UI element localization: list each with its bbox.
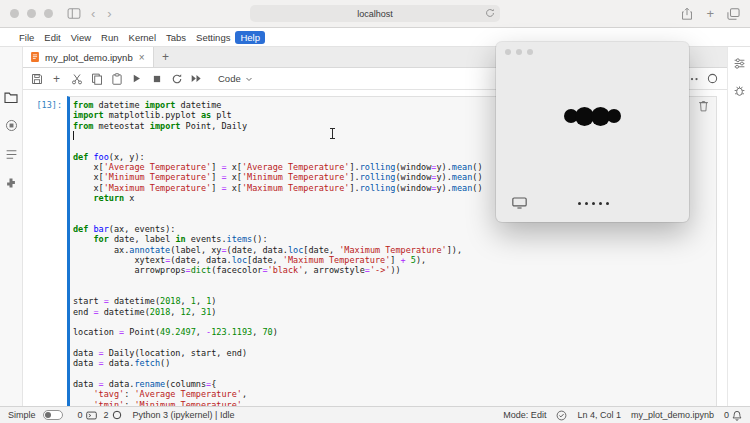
menu-item-run[interactable]: Run bbox=[96, 31, 123, 44]
kernel-icon bbox=[112, 410, 122, 420]
code-line[interactable]: xytext=(date, data.loc[date, 'Maximum Te… bbox=[73, 255, 713, 265]
overlay-window-dot bbox=[516, 49, 522, 55]
tab-title: my_plot_demo.ipynb bbox=[45, 52, 133, 63]
interrupt-kernel-icon[interactable] bbox=[148, 71, 165, 87]
toolbar-right bbox=[686, 73, 722, 84]
code-line[interactable]: ax.annotate(label, xy=(date, data.loc[da… bbox=[73, 245, 713, 255]
pager-dot bbox=[578, 202, 581, 205]
terminals-count[interactable]: 0 bbox=[78, 410, 97, 420]
overlay-window-controls bbox=[505, 49, 533, 55]
right-activity-bar bbox=[727, 47, 750, 406]
notifications-status[interactable]: 0 bbox=[724, 410, 742, 421]
table-of-contents-icon[interactable] bbox=[5, 148, 18, 161]
window-zoom-button[interactable] bbox=[44, 9, 53, 18]
pager-dot bbox=[592, 202, 595, 205]
share-icon[interactable] bbox=[681, 7, 693, 20]
pager-dot bbox=[599, 202, 602, 205]
code-line[interactable] bbox=[73, 276, 713, 286]
cursor-position[interactable]: Ln 4, Col 1 bbox=[577, 410, 621, 420]
code-line[interactable]: 'tavg': 'Average Temperature', bbox=[73, 389, 713, 399]
code-line[interactable]: arrowprops=dict(facecolor='black', arrow… bbox=[73, 265, 713, 275]
menu-item-settings[interactable]: Settings bbox=[191, 31, 235, 44]
mode-indicator: Mode: Edit bbox=[503, 410, 546, 420]
url-text: localhost bbox=[357, 9, 393, 19]
window-minimize-button[interactable] bbox=[27, 9, 36, 18]
menu-item-edit[interactable]: Edit bbox=[39, 31, 65, 44]
kernels-count-value: 2 bbox=[104, 410, 109, 420]
status-bar: Simple 0 2 Python 3 (ipykernel) | Idle M… bbox=[0, 406, 750, 423]
code-line[interactable]: data = data.rename(columns={ bbox=[73, 379, 713, 389]
code-line[interactable]: def bar(ax, events): bbox=[73, 224, 713, 234]
cut-cell-icon[interactable] bbox=[68, 71, 85, 87]
delete-cell-icon[interactable] bbox=[698, 100, 709, 112]
property-inspector-icon[interactable] bbox=[733, 57, 746, 70]
terminals-count-value: 0 bbox=[78, 410, 83, 420]
code-line[interactable] bbox=[73, 369, 713, 379]
overlay-footer bbox=[512, 197, 673, 209]
menu-item-kernel[interactable]: Kernel bbox=[124, 31, 161, 44]
kernel-status-text[interactable]: Python 3 (ipykernel) | Idle bbox=[133, 410, 235, 420]
screen: ‹ › localhost + File Edit View Run Kerne… bbox=[0, 0, 750, 423]
address-bar[interactable]: localhost bbox=[250, 5, 500, 22]
code-line[interactable] bbox=[73, 317, 713, 327]
refresh-icon[interactable] bbox=[485, 8, 495, 18]
code-line[interactable] bbox=[73, 338, 713, 348]
code-line[interactable]: for date, label in events.items(): bbox=[73, 234, 713, 244]
copy-cell-icon[interactable] bbox=[88, 71, 105, 87]
paste-cell-icon[interactable] bbox=[108, 71, 125, 87]
cell-type-value: Code bbox=[218, 73, 241, 84]
cell-execution-prompt: [13]: bbox=[23, 96, 67, 406]
overlay-panel[interactable] bbox=[496, 42, 689, 222]
tab-overview-icon[interactable] bbox=[727, 8, 740, 20]
terminal-icon bbox=[86, 411, 97, 420]
simple-mode-toggle[interactable] bbox=[43, 410, 63, 420]
save-icon[interactable] bbox=[28, 71, 45, 87]
code-line[interactable]: 'tmin': 'Minimum Temperature', bbox=[73, 400, 713, 406]
loading-dot bbox=[607, 109, 621, 123]
code-line[interactable]: data = data.fetch() bbox=[73, 358, 713, 368]
display-icon bbox=[512, 197, 527, 209]
overlay-loading-dots bbox=[496, 104, 689, 128]
new-launcher-button[interactable]: + bbox=[154, 47, 178, 67]
notifications-count: 0 bbox=[724, 410, 729, 420]
code-line[interactable] bbox=[73, 286, 713, 296]
pager-dot bbox=[606, 202, 609, 205]
kernel-status-icon[interactable] bbox=[707, 73, 718, 84]
code-line[interactable]: data = Daily(location, start, end) bbox=[73, 348, 713, 358]
run-cell-icon[interactable] bbox=[128, 71, 145, 87]
code-line[interactable]: location = Point(49.2497, -123.1193, 70) bbox=[73, 327, 713, 337]
tab-close-icon[interactable]: × bbox=[138, 52, 146, 63]
debugger-icon[interactable] bbox=[733, 84, 746, 97]
cell-type-dropdown[interactable]: Code bbox=[214, 72, 257, 85]
running-sessions-icon[interactable] bbox=[5, 119, 18, 132]
new-tab-icon[interactable]: + bbox=[706, 7, 714, 20]
chevron-down-icon bbox=[245, 75, 253, 83]
kernels-count[interactable]: 2 bbox=[104, 410, 122, 420]
window-close-button[interactable] bbox=[10, 9, 19, 18]
menu-item-help[interactable]: Help bbox=[235, 31, 265, 44]
menu-item-file[interactable]: File bbox=[14, 31, 39, 44]
sidebar-toggle-icon[interactable] bbox=[67, 8, 81, 19]
text-caret bbox=[73, 131, 74, 140]
notebook-file-icon bbox=[30, 51, 40, 63]
menu-item-tabs[interactable]: Tabs bbox=[161, 31, 191, 44]
code-line[interactable]: end = datetime(2018, 12, 31) bbox=[73, 307, 713, 317]
code-line[interactable]: start = datetime(2018, 1, 1) bbox=[73, 296, 713, 306]
restart-run-all-icon[interactable] bbox=[188, 71, 205, 87]
browser-forward-button[interactable]: › bbox=[105, 7, 113, 20]
status-bar-right: Mode: Edit Ln 4, Col 1 my_plot_demo.ipyn… bbox=[503, 410, 742, 421]
simple-mode-label: Simple bbox=[8, 410, 36, 420]
browser-actions: + bbox=[681, 7, 740, 20]
menu-item-view[interactable]: View bbox=[66, 31, 96, 44]
overlay-window-dot bbox=[527, 49, 533, 55]
insert-cell-icon[interactable]: + bbox=[48, 71, 65, 87]
file-browser-icon[interactable] bbox=[4, 91, 18, 103]
extensions-icon[interactable] bbox=[5, 177, 17, 189]
restart-kernel-icon[interactable] bbox=[168, 71, 185, 87]
overlay-window-dot bbox=[505, 49, 511, 55]
browser-back-button[interactable]: ‹ bbox=[89, 7, 97, 20]
active-file-name: my_plot_demo.ipynb bbox=[631, 410, 714, 420]
pagination-dots bbox=[578, 202, 623, 205]
notebook-tab[interactable]: my_plot_demo.ipynb × bbox=[23, 47, 154, 67]
bell-icon bbox=[732, 410, 742, 421]
